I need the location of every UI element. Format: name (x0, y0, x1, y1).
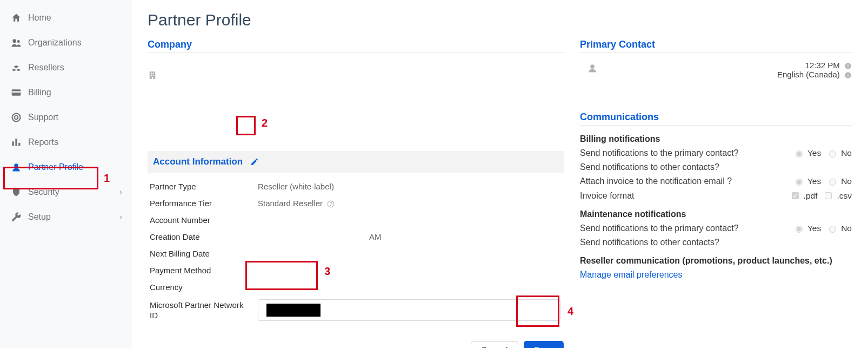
pencil-icon (250, 157, 259, 166)
manage-email-prefs-link[interactable]: Manage email preferences (580, 270, 682, 280)
value-currency (256, 279, 564, 296)
sidebar-item-label: Resellers (28, 63, 64, 73)
sidebar-item-label: Partner Profile (28, 162, 83, 172)
account-info-title: Account Information (153, 156, 243, 167)
svg-rect-8 (18, 143, 20, 146)
svg-rect-14 (153, 75, 154, 76)
invoice-format-csv[interactable]: .csv (823, 191, 852, 201)
communications-heading: Communications (580, 111, 852, 126)
billing-primary-no[interactable]: No (826, 148, 852, 158)
attach-invoice-no[interactable]: No (826, 176, 852, 186)
svg-rect-20 (847, 65, 848, 68)
right-column: Primary Contact 12:32 PM English (Canada… (580, 39, 852, 348)
lifebuoy-icon (10, 112, 23, 123)
credit-card-icon (10, 87, 23, 98)
users-icon (10, 37, 23, 48)
billing-primary-question: Send notifications to the primary contac… (580, 148, 793, 158)
user-icon (10, 162, 23, 173)
svg-point-5 (15, 116, 18, 120)
contact-locale: English (Canada) (777, 70, 840, 79)
sidebar-item-billing[interactable]: Billing (0, 80, 131, 105)
value-payment-method (256, 262, 564, 279)
label-mpn-id: Microsoft Partner Network ID (148, 296, 256, 325)
label-creation-date: Creation Date (148, 228, 256, 245)
label-currency: Currency (148, 279, 256, 296)
shield-icon (10, 187, 23, 198)
primary-contact-heading: Primary Contact (580, 39, 852, 53)
sidebar-item-support[interactable]: Support (0, 105, 131, 130)
contact-time: 12:32 PM (805, 61, 840, 70)
svg-rect-23 (847, 75, 848, 77)
maint-other-question: Send notifications to other contacts? (580, 238, 852, 247)
sidebar-item-reports[interactable]: Reports (0, 130, 131, 155)
billing-primary-yes[interactable]: Yes (793, 148, 821, 158)
billing-other-question: Send notifications to other contacts? (580, 162, 852, 172)
svg-point-17 (331, 205, 331, 206)
attach-invoice-yes[interactable]: Yes (793, 176, 821, 186)
value-partner-type: Reseller (white-label) (256, 178, 564, 195)
svg-point-4 (12, 114, 21, 122)
sidebar-item-label: Security (28, 187, 59, 197)
value-account-number (256, 212, 564, 228)
home-icon (10, 12, 23, 23)
svg-rect-24 (847, 74, 848, 74)
person-icon (587, 63, 597, 74)
sidebar-item-label: Home (28, 13, 51, 23)
account-info-header: Account Information (148, 151, 564, 173)
maint-primary-no[interactable]: No (826, 224, 852, 233)
attach-invoice-question: Attach invoice to the notification email… (580, 176, 793, 186)
value-next-billing (256, 245, 564, 262)
sidebar-item-label: Support (28, 113, 58, 122)
label-next-billing: Next Billing Date (148, 245, 256, 262)
sidebar-item-label: Organizations (28, 38, 82, 48)
svg-rect-6 (12, 141, 14, 146)
form-actions: Cancel Save (148, 341, 564, 348)
cubes-icon (10, 62, 23, 73)
invoice-format-pdf[interactable]: .pdf (790, 191, 818, 201)
chevron-right-icon: › (119, 187, 122, 197)
left-column: Company Account Information Partner Type… (148, 39, 564, 348)
label-account-number: Account Number (148, 212, 256, 228)
sidebar-item-partner-profile[interactable]: Partner Profile (0, 155, 131, 180)
label-payment-method: Payment Method (148, 262, 256, 279)
save-button[interactable]: Save (524, 341, 564, 348)
svg-point-0 (12, 39, 16, 43)
svg-rect-21 (847, 64, 848, 65)
maint-primary-yes[interactable]: Yes (793, 224, 821, 233)
billing-notif-title: Billing notifications (580, 134, 852, 144)
page-title: Partner Profile (148, 11, 852, 29)
sidebar-item-resellers[interactable]: Resellers (0, 55, 131, 80)
label-performance-tier: Performance Tier (148, 195, 256, 212)
sidebar-item-organizations[interactable]: Organizations (0, 30, 131, 55)
sidebar-item-security[interactable]: Security › (0, 180, 131, 205)
svg-point-18 (590, 64, 595, 69)
redacted-value (266, 304, 321, 317)
wrench-icon (10, 212, 23, 222)
invoice-format-label: Invoice format (580, 191, 790, 201)
edit-account-info-button[interactable] (247, 154, 262, 169)
sidebar-item-setup[interactable]: Setup › (0, 205, 131, 229)
svg-rect-11 (151, 73, 152, 74)
svg-rect-15 (152, 77, 153, 79)
info-icon[interactable] (842, 61, 852, 70)
svg-point-1 (17, 40, 20, 43)
chevron-right-icon: › (119, 212, 122, 222)
svg-rect-7 (15, 139, 17, 146)
maint-primary-question: Send notifications to the primary contac… (580, 224, 793, 233)
svg-rect-12 (153, 73, 154, 74)
info-icon[interactable] (842, 70, 852, 79)
value-creation-date: AM (256, 228, 564, 245)
main-content: Partner Profile Company Account Informat… (131, 0, 868, 348)
sidebar-item-label: Reports (28, 137, 58, 147)
sidebar-item-home[interactable]: Home (0, 5, 131, 30)
label-partner-type: Partner Type (148, 178, 256, 195)
value-performance-tier: Standard Reseller (256, 195, 564, 212)
cancel-button[interactable]: Cancel (471, 341, 518, 348)
help-icon[interactable] (327, 199, 335, 208)
sidebar-item-label: Setup (28, 212, 51, 222)
sidebar-item-label: Billing (28, 88, 51, 97)
building-icon (148, 70, 564, 81)
sidebar: Home Organizations Resellers Billing Sup… (0, 0, 131, 348)
svg-rect-3 (12, 91, 21, 93)
company-heading: Company (148, 39, 564, 53)
